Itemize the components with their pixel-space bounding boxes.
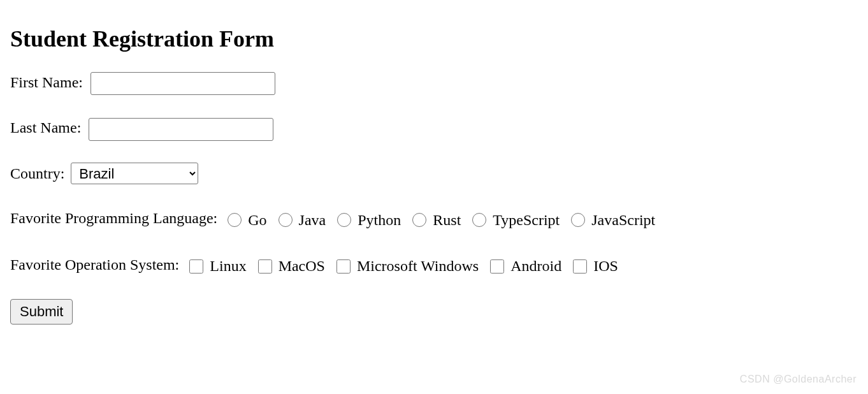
os-checkbox-macos[interactable]	[258, 259, 272, 274]
os-label: Favorite Operation System:	[10, 256, 179, 273]
lang-radio-typescript[interactable]	[472, 213, 486, 227]
last-name-label: Last Name:	[10, 119, 81, 136]
os-label-macos: MacOS	[278, 258, 325, 274]
lang-label-java: Java	[299, 212, 326, 228]
os-checkbox-android[interactable]	[490, 259, 504, 274]
row-submit: Submit	[10, 299, 858, 325]
language-label: Favorite Programming Language:	[10, 210, 217, 226]
os-label-ios: IOS	[593, 258, 618, 274]
row-first-name: First Name:	[10, 70, 858, 95]
lang-radio-go[interactable]	[228, 213, 242, 227]
student-registration-form: First Name: Last Name: Country: Brazil F…	[10, 70, 858, 325]
lang-radio-java[interactable]	[278, 213, 293, 227]
watermark-text: CSDN @GoldenaArcher	[740, 374, 857, 385]
os-checkbox-linux[interactable]	[189, 259, 203, 274]
lang-radio-rust[interactable]	[412, 213, 426, 227]
row-country: Country: Brazil	[10, 161, 858, 186]
os-checkbox-windows[interactable]	[336, 259, 351, 274]
os-label-linux: Linux	[210, 258, 246, 274]
os-label-android: Android	[510, 258, 561, 274]
row-os: Favorite Operation System: Linux MacOS M…	[10, 252, 858, 279]
lang-label-go: Go	[248, 212, 266, 228]
first-name-input[interactable]	[90, 72, 275, 95]
row-last-name: Last Name:	[10, 115, 858, 140]
country-select[interactable]: Brazil	[71, 163, 198, 184]
lang-label-javascript: JavaScript	[591, 212, 655, 228]
lang-label-python: Python	[358, 212, 401, 228]
os-checkbox-ios[interactable]	[573, 259, 587, 274]
country-label: Country:	[10, 165, 64, 182]
submit-button[interactable]: Submit	[10, 299, 73, 325]
lang-label-typescript: TypeScript	[493, 212, 560, 228]
lang-radio-javascript[interactable]	[571, 213, 585, 227]
lang-radio-python[interactable]	[337, 213, 351, 227]
row-language: Favorite Programming Language: Go Java P…	[10, 206, 858, 232]
last-name-input[interactable]	[89, 118, 273, 141]
lang-label-rust: Rust	[433, 212, 461, 228]
first-name-label: First Name:	[10, 74, 83, 91]
page-title: Student Registration Form	[10, 26, 858, 52]
os-label-windows: Microsoft Windows	[357, 258, 479, 274]
